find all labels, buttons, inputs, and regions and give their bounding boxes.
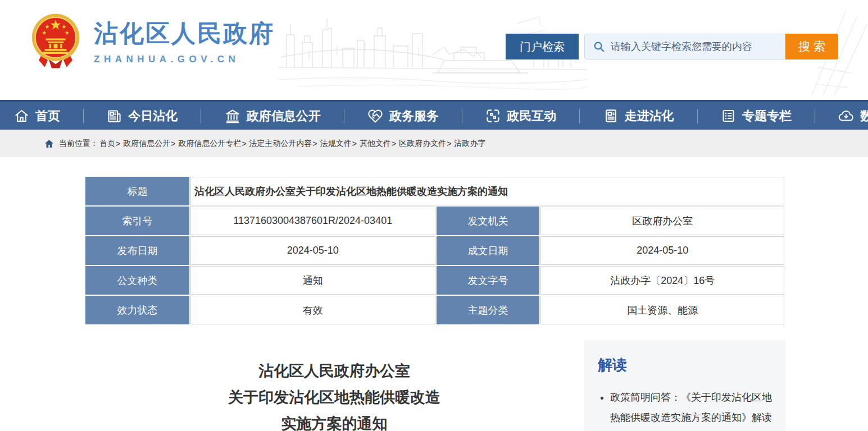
heart-handshake-icon bbox=[367, 108, 383, 124]
breadcrumb-item[interactable]: 法定主动公开内容 bbox=[249, 139, 312, 149]
breadcrumb-separator: > bbox=[313, 139, 317, 148]
breadcrumb-item[interactable]: 沾政办字 bbox=[454, 139, 485, 149]
nav-item-today[interactable]: 今日沾化 bbox=[107, 108, 178, 125]
breadcrumb-separator: > bbox=[392, 139, 396, 148]
validity-value: 有效 bbox=[190, 296, 435, 324]
body-row: 沾化区人民政府办公室 关于印发沾化区地热能供暖改造 实施方案的通知 解读 政策简… bbox=[84, 340, 785, 431]
site-header: 沾化区人民政府 ZHANHUA.GOV.CN 门户检索 搜 索 bbox=[0, 0, 868, 100]
doc-number-value: 沾政办字〔2024〕16号 bbox=[540, 266, 784, 295]
interpretation-link[interactable]: 政策简明问答：《关于印发沾化区地热能供暖改造实施方案的通知》解读 bbox=[610, 392, 772, 423]
doc-number-label: 发文字号 bbox=[437, 266, 540, 295]
government-building-icon bbox=[225, 108, 240, 124]
search-area: 门户检索 搜 索 bbox=[506, 34, 838, 59]
nav-item-about[interactable]: 走进沾化 bbox=[603, 108, 674, 125]
breadcrumb-item[interactable]: 法规文件 bbox=[320, 139, 352, 149]
site-title: 沾化区人民政府 bbox=[94, 17, 275, 50]
nav-item-services[interactable]: 政务服务 bbox=[367, 108, 439, 125]
breadcrumb-separator: > bbox=[171, 139, 175, 148]
nav-inner: 首页 今日沾化 政府信息公开 bbox=[0, 102, 868, 130]
search-input[interactable] bbox=[611, 41, 785, 53]
index-number-label: 索引号 bbox=[85, 207, 189, 235]
article-column: 沾化区人民政府办公室 关于印发沾化区地热能供暖改造 实施方案的通知 bbox=[84, 340, 584, 431]
title-label-cell: 标题 bbox=[85, 177, 189, 205]
document-icon bbox=[603, 108, 619, 123]
table-row: 标题 沾化区人民政府办公室关于印发沾化区地热能供暖改造实施方案的通知 bbox=[85, 177, 784, 205]
nav-separator bbox=[201, 109, 201, 123]
written-date-label: 成文日期 bbox=[437, 236, 540, 265]
nav-label: 政府信息公开 bbox=[247, 108, 321, 125]
search-icon bbox=[593, 40, 605, 53]
table-row: 效力状态 有效 主题分类 国土资源、能源 bbox=[85, 296, 784, 324]
nav-separator bbox=[344, 109, 344, 123]
issuing-agency-value: 区政府办公室 bbox=[540, 207, 784, 235]
breadcrumb-item[interactable]: 政府信息公开 bbox=[123, 139, 170, 149]
nav-item-home[interactable]: 首页 bbox=[14, 108, 60, 125]
nav-label: 走进沾化 bbox=[625, 108, 674, 125]
page: 沾化区人民政府 ZHANHUA.GOV.CN 门户检索 搜 索 首页 bbox=[0, 0, 868, 431]
article-title-line: 沾化区人民政府办公室 bbox=[84, 358, 584, 384]
article-title-line: 实施方案的通知 bbox=[84, 411, 584, 431]
breadcrumb-separator: > bbox=[352, 139, 357, 148]
breadcrumb-item[interactable]: 其他文件 bbox=[360, 139, 391, 149]
nav-item-gov-info[interactable]: 政府信息公开 bbox=[225, 108, 321, 125]
interpretation-panel: 解读 政策简明问答：《关于印发沾化区地热能供暖改造实施方案的通知》解读 bbox=[584, 340, 785, 431]
publish-date-value: 2024-05-10 bbox=[190, 236, 435, 265]
newspaper-icon bbox=[107, 108, 122, 123]
nav-label: 政民互动 bbox=[507, 108, 556, 125]
subject-category-label: 主题分类 bbox=[437, 296, 540, 324]
nav-label: 数据开放 bbox=[860, 108, 868, 125]
home-small-icon bbox=[45, 140, 53, 148]
interaction-icon bbox=[485, 108, 501, 123]
document-metadata-table: 标题 沾化区人民政府办公室关于印发沾化区地热能供暖改造实施方案的通知 索引号 1… bbox=[84, 176, 785, 325]
breadcrumb: 当前位置： 首页> 政府信息公开> 政府信息公开专栏> 法定主动公开内容> 法规… bbox=[0, 130, 868, 157]
search-submit-button[interactable]: 搜 索 bbox=[785, 34, 838, 59]
article-title-line: 关于印发沾化区地热能供暖改造 bbox=[84, 384, 584, 411]
nav-label: 今日沾化 bbox=[128, 108, 178, 125]
nav-item-topics[interactable]: 专题专栏 bbox=[721, 108, 792, 125]
interpretation-heading: 解读 bbox=[598, 355, 772, 375]
main-content: 标题 沾化区人民政府办公室关于印发沾化区地热能供暖改造实施方案的通知 索引号 1… bbox=[84, 176, 785, 431]
search-box bbox=[584, 34, 785, 59]
subject-category-value: 国土资源、能源 bbox=[540, 296, 784, 324]
breadcrumb-separator: > bbox=[242, 139, 246, 148]
breadcrumb-separator: > bbox=[447, 139, 451, 148]
portal-search-button[interactable]: 门户检索 bbox=[506, 34, 579, 59]
breadcrumb-separator: > bbox=[116, 139, 120, 148]
breadcrumb-item[interactable]: 区政府办文件 bbox=[399, 139, 446, 149]
index-number-value: 11371603004387601R/2024-03401 bbox=[190, 207, 435, 235]
table-row: 公文种类 通知 发文字号 沾政办字〔2024〕16号 bbox=[85, 266, 784, 295]
nav-label: 专题专栏 bbox=[742, 108, 792, 125]
article-title: 沾化区人民政府办公室 关于印发沾化区地热能供暖改造 实施方案的通知 bbox=[84, 340, 584, 431]
nav-separator bbox=[462, 109, 462, 123]
main-nav: 首页 今日沾化 政府信息公开 bbox=[0, 100, 868, 130]
title-value-cell: 沾化区人民政府办公室关于印发沾化区地热能供暖改造实施方案的通知 bbox=[190, 177, 784, 205]
issuing-agency-label: 发文机关 bbox=[437, 207, 540, 235]
list-item: 政策简明问答：《关于印发沾化区地热能供暖改造实施方案的通知》解读 bbox=[610, 387, 772, 428]
brand-text: 沾化区人民政府 ZHANHUA.GOV.CN bbox=[94, 17, 275, 65]
validity-label: 效力状态 bbox=[85, 296, 189, 324]
written-date-value: 2024-05-10 bbox=[540, 236, 784, 265]
site-brand[interactable]: 沾化区人民政府 ZHANHUA.GOV.CN bbox=[31, 12, 275, 70]
table-row: 索引号 11371603004387601R/2024-03401 发文机关 区… bbox=[85, 207, 784, 235]
doc-type-value: 通知 bbox=[190, 266, 435, 295]
breadcrumb-item[interactable]: 首页 bbox=[99, 139, 115, 149]
site-domain: ZHANHUA.GOV.CN bbox=[94, 54, 275, 65]
nav-label: 政务服务 bbox=[389, 108, 439, 125]
nav-separator bbox=[697, 109, 698, 123]
nav-label: 首页 bbox=[35, 108, 60, 125]
nav-separator bbox=[815, 109, 815, 123]
nav-item-open-data[interactable]: 数据开放 bbox=[838, 108, 868, 125]
home-icon bbox=[14, 108, 29, 123]
doc-type-label: 公文种类 bbox=[85, 266, 189, 295]
table-row: 发布日期 2024-05-10 成文日期 2024-05-10 bbox=[85, 236, 784, 265]
nav-separator bbox=[579, 109, 580, 123]
cloud-download-icon bbox=[838, 108, 854, 124]
breadcrumb-prefix: 当前位置： bbox=[59, 139, 98, 149]
breadcrumb-item[interactable]: 政府信息公开专栏 bbox=[178, 139, 241, 149]
nav-separator bbox=[83, 109, 84, 123]
interpretation-list: 政策简明问答：《关于印发沾化区地热能供暖改造实施方案的通知》解读 bbox=[598, 387, 772, 428]
list-icon bbox=[721, 108, 736, 123]
national-emblem-logo bbox=[31, 12, 80, 70]
nav-item-interaction[interactable]: 政民互动 bbox=[485, 108, 556, 125]
publish-date-label: 发布日期 bbox=[85, 236, 189, 265]
